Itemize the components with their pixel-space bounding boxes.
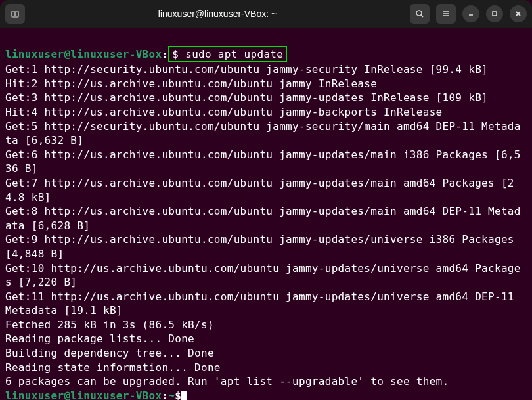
maximize-button[interactable] — [486, 5, 503, 22]
svg-line-4 — [421, 15, 423, 17]
output-line: Get:9 http://us.archive.ubuntu.com/ubunt… — [5, 233, 527, 261]
prompt-symbol: $ — [175, 389, 181, 400]
svg-rect-9 — [493, 12, 497, 16]
prompt-path: ~ — [168, 389, 175, 400]
output-line: 6 packages can be upgraded. Run 'apt lis… — [5, 374, 527, 389]
output-line: Get:6 http://us.archive.ubuntu.com/ubunt… — [5, 148, 527, 176]
minimize-icon — [467, 10, 475, 18]
output-line: Hit:4 http://us.archive.ubuntu.com/ubunt… — [5, 105, 527, 120]
output-line: Reading state information... Done — [5, 361, 527, 375]
output-line: Get:8 http://us.archive.ubuntu.com/ubunt… — [5, 204, 527, 233]
command-highlight: $ sudo apt update — [168, 46, 287, 63]
output-line: Get:1 http://security.ubuntu.com/ubuntu … — [5, 62, 527, 77]
window-title: linuxuser@linuxuser-VBox: ~ — [30, 9, 405, 19]
command-text: $ sudo apt update — [172, 48, 283, 60]
minimize-button[interactable] — [462, 5, 479, 22]
new-tab-button[interactable] — [5, 4, 25, 24]
prompt-user-host: linuxuser@linuxuser-VBox — [5, 389, 162, 400]
prompt-line-2: linuxuser@linuxuser-VBox:~$ — [5, 389, 527, 400]
output-line: Get:5 http://security.ubuntu.com/ubuntu … — [5, 120, 527, 148]
svg-point-3 — [416, 11, 422, 16]
output-line: Fetched 285 kB in 3s (86.5 kB/s) — [5, 318, 527, 332]
titlebar-right-controls — [410, 4, 527, 24]
output-line: Reading package lists... Done — [5, 332, 527, 346]
close-icon — [514, 10, 522, 18]
maximize-icon — [491, 10, 499, 18]
prompt-line-1: linuxuser@linuxuser-VBox:$ sudo apt upda… — [5, 46, 527, 63]
prompt-colon: : — [162, 389, 168, 400]
menu-button[interactable] — [436, 4, 456, 24]
output-line: Hit:2 http://us.archive.ubuntu.com/ubunt… — [5, 77, 527, 91]
output-line: Get:11 http://us.archive.ubuntu.com/ubun… — [5, 290, 527, 318]
output-line: Get:3 http://us.archive.ubuntu.com/ubunt… — [5, 91, 527, 105]
titlebar-left-controls — [5, 4, 25, 24]
window-titlebar: linuxuser@linuxuser-VBox: ~ — [0, 0, 532, 28]
output-line: Get:7 http://us.archive.ubuntu.com/ubunt… — [5, 176, 527, 204]
prompt-user-host: linuxuser@linuxuser-VBox — [5, 48, 162, 60]
output-line: Building dependency tree... Done — [5, 346, 527, 361]
terminal-cursor — [181, 391, 187, 400]
search-icon — [415, 9, 424, 18]
output-line: Get:10 http://us.archive.ubuntu.com/ubun… — [5, 261, 527, 290]
search-button[interactable] — [410, 4, 430, 24]
hamburger-icon — [441, 9, 451, 18]
new-tab-icon — [11, 9, 20, 18]
terminal-content[interactable]: linuxuser@linuxuser-VBox:$ sudo apt upda… — [0, 28, 532, 400]
close-button[interactable] — [510, 5, 527, 22]
prompt-colon: : — [162, 48, 168, 60]
